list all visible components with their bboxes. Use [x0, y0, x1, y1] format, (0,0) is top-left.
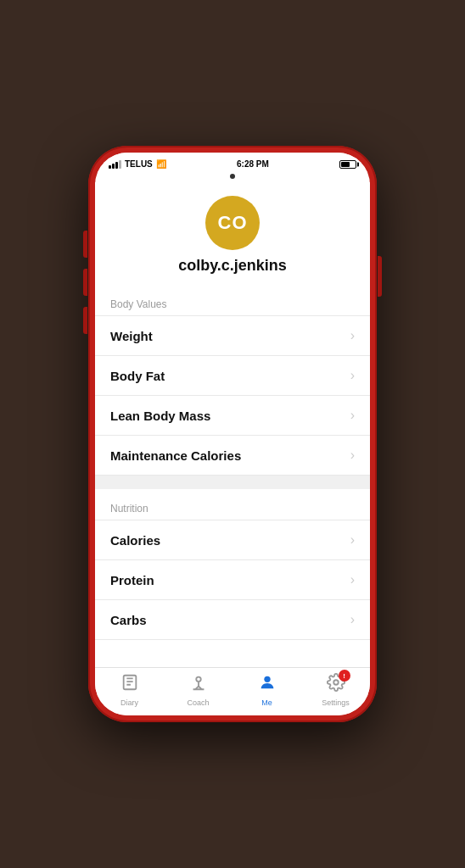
- list-item-weight[interactable]: Weight ›: [95, 316, 370, 356]
- section-nutrition: Nutrition Calories › Protein › Carbs ›: [95, 503, 370, 640]
- signal-icon: [109, 160, 121, 169]
- calories-label: Calories: [110, 533, 160, 548]
- tab-coach[interactable]: Coach: [175, 673, 222, 707]
- nutrition-list: Calories › Protein › Carbs ›: [95, 520, 370, 640]
- protein-label: Protein: [110, 573, 154, 587]
- username-label: colby.c.jenkins: [178, 257, 287, 275]
- list-item-calories[interactable]: Calories ›: [95, 520, 370, 560]
- me-tab-label: Me: [261, 698, 272, 707]
- svg-point-5: [264, 676, 270, 682]
- section-body-values: Body Values Weight › Body Fat › Lean Bod…: [95, 298, 370, 476]
- carbs-label: Carbs: [110, 613, 147, 627]
- tab-bar: Diary Coach: [95, 667, 370, 715]
- tab-settings[interactable]: ! Settings: [312, 673, 360, 707]
- section-header-body-values: Body Values: [95, 298, 370, 315]
- chevron-icon-carbs: ›: [350, 612, 355, 627]
- camera-area: [95, 172, 370, 182]
- avatar-initials: CO: [218, 212, 248, 234]
- status-left: TELUS 📶: [109, 159, 166, 169]
- status-bar: TELUS 📶 6:28 PM: [95, 153, 370, 172]
- body-values-list: Weight › Body Fat › Lean Body Mass › Mai…: [95, 315, 370, 476]
- diary-tab-label: Diary: [120, 698, 138, 707]
- lean-body-mass-label: Lean Body Mass: [110, 409, 210, 423]
- chevron-icon-maintenance-calories: ›: [350, 448, 355, 463]
- main-content: CO colby.c.jenkins Body Values Weight › …: [95, 182, 370, 667]
- phone-screen: TELUS 📶 6:28 PM CO colby.c.jenkins: [95, 153, 370, 715]
- list-item-protein[interactable]: Protein ›: [95, 560, 370, 600]
- body-fat-label: Body Fat: [110, 369, 165, 383]
- me-icon: [258, 673, 277, 696]
- profile-section: CO colby.c.jenkins: [95, 182, 370, 285]
- tab-diary[interactable]: Diary: [106, 673, 154, 707]
- list-item-maintenance-calories[interactable]: Maintenance Calories ›: [95, 436, 370, 476]
- settings-badge: !: [339, 670, 350, 682]
- status-right: [339, 160, 356, 169]
- coach-tab-label: Coach: [187, 698, 209, 707]
- maintenance-calories-label: Maintenance Calories: [110, 448, 241, 463]
- status-time: 6:28 PM: [237, 159, 269, 169]
- coach-icon: [189, 673, 208, 696]
- chevron-icon-lean-body-mass: ›: [350, 408, 355, 423]
- phone-frame: TELUS 📶 6:28 PM CO colby.c.jenkins: [88, 146, 377, 722]
- weight-label: Weight: [110, 329, 153, 343]
- tab-me[interactable]: Me: [244, 673, 291, 707]
- chevron-icon-calories: ›: [350, 532, 355, 548]
- settings-icon: !: [327, 673, 345, 696]
- list-item-carbs[interactable]: Carbs ›: [95, 600, 370, 640]
- svg-point-6: [333, 680, 339, 685]
- section-separator: [95, 476, 370, 489]
- camera-dot: [230, 174, 235, 179]
- svg-point-4: [196, 677, 201, 682]
- list-item-lean-body-mass[interactable]: Lean Body Mass ›: [95, 396, 370, 436]
- avatar: CO: [205, 196, 260, 250]
- chevron-icon-body-fat: ›: [350, 368, 355, 383]
- diary-icon: [120, 673, 139, 696]
- chevron-icon-weight: ›: [350, 328, 355, 343]
- battery-icon: [339, 160, 356, 169]
- section-header-nutrition: Nutrition: [95, 503, 370, 520]
- carrier-label: TELUS: [125, 159, 153, 169]
- chevron-icon-protein: ›: [350, 572, 355, 587]
- list-item-body-fat[interactable]: Body Fat ›: [95, 356, 370, 396]
- wifi-icon: 📶: [156, 159, 166, 169]
- settings-tab-label: Settings: [322, 698, 350, 707]
